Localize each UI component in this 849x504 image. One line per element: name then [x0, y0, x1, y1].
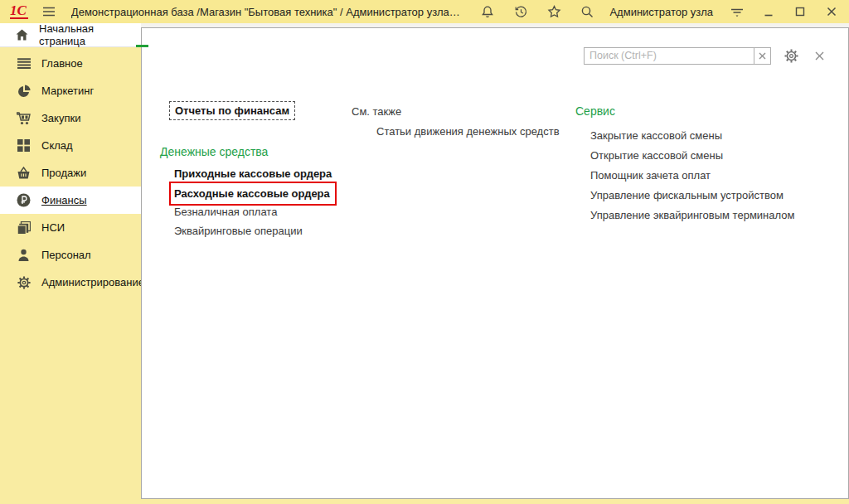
search-row [584, 46, 828, 65]
cart-icon [17, 111, 31, 125]
link-incoming-cash-orders[interactable]: Приходные кассовые ордера [174, 167, 332, 180]
sidebar-item-personal[interactable]: Персонал [0, 241, 141, 269]
sidebar-item-administrirovanie[interactable]: Администрирование [0, 269, 141, 296]
sections-panel: Начальная страница Главное Маркетинг [0, 23, 141, 504]
close-button[interactable] [822, 2, 841, 21]
red-annotation-box: Расходные кассовые ордера [169, 182, 337, 206]
ruble-icon [17, 193, 31, 207]
current-user[interactable]: Администратор узла [609, 6, 713, 18]
pie-chart-icon [17, 84, 31, 98]
link-close-cash-shift[interactable]: Закрытие кассовой смены [590, 129, 722, 142]
sidebar-item-prodazhi[interactable]: Продажи [0, 159, 141, 187]
search-input[interactable] [584, 47, 754, 65]
grid-icon [17, 138, 31, 153]
sidebar-item-sklad[interactable]: Склад [0, 132, 141, 159]
home-icon [15, 28, 29, 42]
search-clear-icon[interactable] [754, 47, 771, 65]
maximize-button[interactable] [791, 2, 809, 21]
service-menu-icon[interactable] [728, 2, 746, 21]
basket-icon [17, 166, 31, 180]
service-group-heading: Сервис [575, 104, 615, 118]
settings-gear-icon[interactable] [782, 46, 800, 65]
stack-icon [17, 220, 31, 235]
history-icon[interactable] [512, 2, 530, 21]
link-payment-offset-assistant[interactable]: Помощник зачета оплат [590, 169, 711, 182]
main-menu-icon[interactable] [40, 2, 58, 21]
sidebar-item-zakupki[interactable]: Закупки [0, 104, 141, 132]
sidebar-item-marketing[interactable]: Маркетинг [0, 77, 141, 104]
sidebar-item-home[interactable]: Начальная страница [0, 23, 141, 47]
favorites-star-icon[interactable] [545, 2, 563, 21]
panel-close-icon[interactable] [810, 46, 828, 65]
sidebar-item-finansy[interactable]: Финансы [0, 187, 141, 214]
title-bar: 1С Демонстрационная база /Магазин "Бытов… [0, 0, 849, 23]
link-cashless-payment[interactable]: Безналичная оплата [174, 206, 277, 218]
person-icon [17, 248, 31, 262]
global-search-icon[interactable] [578, 2, 596, 21]
content-area: Отчеты по финансам См. также Статьи движ… [141, 23, 849, 504]
sidebar-item-label: Начальная страница [39, 22, 141, 47]
active-tab-indicator [136, 45, 148, 47]
link-outgoing-cash-orders[interactable]: Расходные кассовые ордера [174, 187, 330, 200]
sidebar-item-glavnoe[interactable]: Главное [0, 50, 141, 77]
gear-icon [17, 275, 31, 289]
finance-section-menu: Отчеты по финансам См. также Статьи движ… [141, 27, 849, 499]
menu-lines-icon [17, 56, 31, 70]
sidebar-item-nsi[interactable]: НСИ [0, 214, 141, 241]
see-also-heading: См. также [352, 105, 401, 118]
1c-logo: 1С [10, 4, 28, 19]
link-cash-flow-items[interactable]: Статьи движения денежных средств [376, 125, 560, 138]
link-acquiring-terminal-management[interactable]: Управление эквайринговым терминалом [590, 209, 794, 221]
minimize-button[interactable] [759, 2, 778, 21]
link-fiscal-device-management[interactable]: Управление фискальным устройством [590, 189, 784, 201]
notifications-bell-icon[interactable] [478, 2, 497, 21]
link-acquiring-operations[interactable]: Эквайринговые операции [174, 225, 303, 237]
link-open-cash-shift[interactable]: Открытие кассовой смены [590, 149, 723, 162]
window-title: Демонстрационная база /Магазин "Бытовая … [71, 6, 461, 18]
finance-reports-button[interactable]: Отчеты по финансам [169, 101, 295, 120]
money-group-heading: Денежные средства [160, 145, 268, 158]
